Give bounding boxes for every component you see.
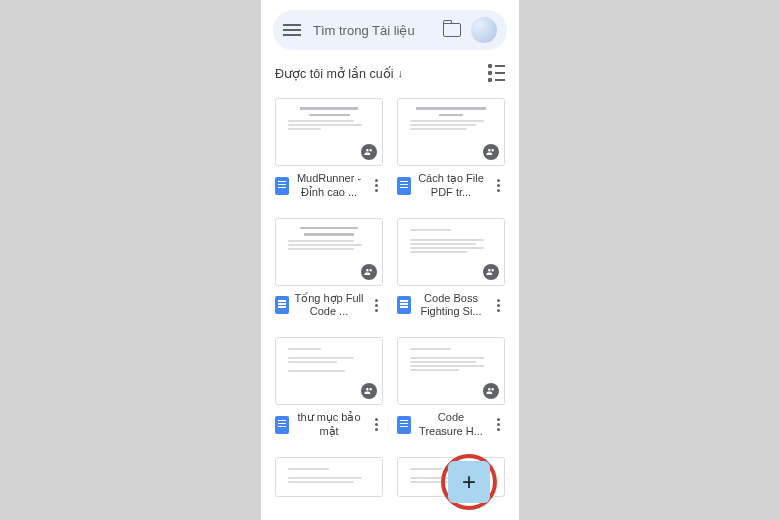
chevron-down-icon: ↓	[398, 67, 404, 79]
list-view-icon[interactable]	[488, 64, 505, 82]
doc-meta: MudRunner - Đỉnh cao ...	[275, 172, 383, 200]
create-new-button[interactable]: +	[448, 461, 490, 503]
doc-meta: Code Boss Fighting Si...	[397, 292, 505, 320]
doc-thumbnail	[275, 98, 383, 166]
shared-icon	[361, 264, 377, 280]
doc-title: Code Boss Fighting Si...	[416, 292, 486, 320]
more-button[interactable]	[491, 418, 505, 431]
menu-icon[interactable]	[283, 24, 301, 36]
doc-title: Cách tạo File PDF tr...	[416, 172, 486, 200]
docs-icon	[397, 177, 411, 195]
doc-card[interactable]: thư mục bảo mật	[275, 337, 383, 439]
doc-card[interactable]: Code Boss Fighting Si...	[397, 218, 505, 320]
more-button[interactable]	[369, 299, 383, 312]
search-bar[interactable]: Tìm trong Tài liệu	[273, 10, 507, 50]
docs-icon	[397, 296, 411, 314]
sort-label: Được tôi mở lần cuối	[275, 66, 394, 81]
document-grid: MudRunner - Đỉnh cao ... Cách tạo File P…	[261, 90, 519, 511]
docs-icon	[275, 416, 289, 434]
doc-meta: thư mục bảo mật	[275, 411, 383, 439]
doc-card[interactable]: Code Treasure H...	[397, 337, 505, 439]
shared-icon	[483, 264, 499, 280]
sort-bar: Được tôi mở lần cuối ↓	[261, 50, 519, 90]
plus-icon: +	[462, 468, 476, 496]
doc-meta: Code Treasure H...	[397, 411, 505, 439]
shared-icon	[483, 144, 499, 160]
fab-highlight-ring: +	[441, 454, 497, 510]
more-button[interactable]	[369, 179, 383, 192]
doc-thumbnail	[275, 218, 383, 286]
doc-card[interactable]: Cách tạo File PDF tr...	[397, 98, 505, 200]
doc-thumbnail	[397, 98, 505, 166]
doc-card[interactable]: Tổng hợp Full Code ...	[275, 218, 383, 320]
app-screen: Tìm trong Tài liệu Được tôi mở lần cuối …	[261, 0, 519, 520]
docs-icon	[397, 416, 411, 434]
doc-card[interactable]	[275, 457, 383, 497]
doc-title: thư mục bảo mật	[294, 411, 364, 439]
docs-icon	[275, 177, 289, 195]
shared-icon	[361, 383, 377, 399]
shared-icon	[361, 144, 377, 160]
doc-thumbnail	[275, 457, 383, 497]
shared-icon	[483, 383, 499, 399]
avatar[interactable]	[471, 17, 497, 43]
docs-icon	[275, 296, 289, 314]
doc-title: Code Treasure H...	[416, 411, 486, 439]
doc-meta: Cách tạo File PDF tr...	[397, 172, 505, 200]
doc-thumbnail	[397, 337, 505, 405]
more-button[interactable]	[491, 299, 505, 312]
doc-title: MudRunner - Đỉnh cao ...	[294, 172, 364, 200]
doc-meta: Tổng hợp Full Code ...	[275, 292, 383, 320]
more-button[interactable]	[369, 418, 383, 431]
more-button[interactable]	[491, 179, 505, 192]
doc-thumbnail	[275, 337, 383, 405]
doc-thumbnail	[397, 218, 505, 286]
doc-title: Tổng hợp Full Code ...	[294, 292, 364, 320]
sort-dropdown[interactable]: Được tôi mở lần cuối ↓	[275, 66, 403, 81]
search-placeholder: Tìm trong Tài liệu	[313, 23, 443, 38]
doc-card[interactable]: MudRunner - Đỉnh cao ...	[275, 98, 383, 200]
folder-icon[interactable]	[443, 23, 461, 37]
